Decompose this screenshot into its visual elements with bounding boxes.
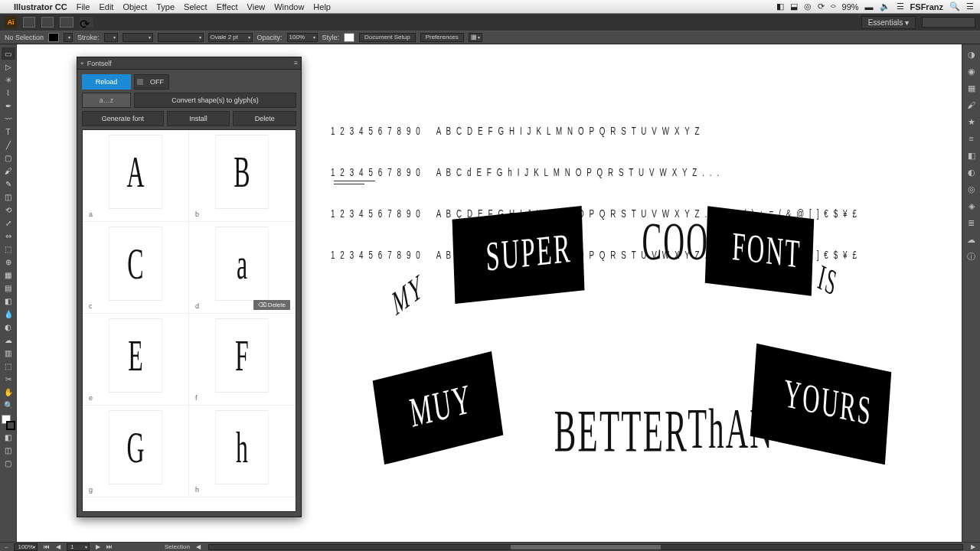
- pencil-tool-icon[interactable]: ✎: [2, 178, 15, 190]
- menu-object[interactable]: Object: [122, 2, 147, 11]
- brushes-panel-icon[interactable]: 🖌: [965, 98, 978, 112]
- generate-font-button[interactable]: Generate font: [82, 111, 164, 126]
- panel-menu-icon[interactable]: ≡: [294, 60, 298, 67]
- sync-icon[interactable]: ⟳: [818, 2, 825, 11]
- shape-builder-tool-icon[interactable]: ⊕: [2, 256, 15, 268]
- artboard-nav-field[interactable]: 1: [67, 543, 90, 551]
- layers-panel-icon[interactable]: ≣: [965, 216, 978, 230]
- menu-select[interactable]: Select: [184, 2, 207, 11]
- type-tool-icon[interactable]: T: [2, 126, 15, 138]
- extensions-icon[interactable]: [60, 17, 74, 28]
- hscroll-right-icon[interactable]: ▶: [971, 543, 975, 550]
- toggle-off-button[interactable]: OFF: [134, 74, 169, 90]
- graphic-style-swatch[interactable]: [344, 33, 354, 42]
- symbol-sprayer-tool-icon[interactable]: ☁: [2, 334, 15, 346]
- zoom-tool-icon[interactable]: 🔍: [2, 399, 15, 411]
- inbox-icon[interactable]: ☰: [897, 2, 904, 11]
- glyph-cell[interactable]: hh: [189, 406, 296, 497]
- line-tool-icon[interactable]: ╱: [2, 139, 15, 151]
- magic-wand-tool-icon[interactable]: ✳: [2, 73, 15, 86]
- quicktime-icon[interactable]: ◧: [776, 2, 784, 11]
- control-center-icon[interactable]: ☰: [966, 2, 974, 11]
- glyph-cell[interactable]: Ee: [83, 314, 189, 406]
- align-dropdown[interactable]: ▦: [469, 33, 482, 42]
- last-artboard-icon[interactable]: ⏭: [106, 543, 113, 550]
- slice-tool-icon[interactable]: ✂: [2, 373, 15, 385]
- brush-definition[interactable]: Ovale 2 pt: [208, 33, 253, 42]
- color-panel-icon[interactable]: ◑: [965, 47, 978, 61]
- search-input[interactable]: [922, 17, 975, 28]
- glyph-cell[interactable]: Aa: [83, 130, 189, 222]
- glyph-grid-scroll[interactable]: AaBbCcad⌫ DeleteEeFfGghh: [82, 129, 296, 512]
- fontself-panel[interactable]: × Fontself ≡ Reload OFF a…z Convert shap…: [77, 57, 302, 517]
- delete-button[interactable]: Delete: [233, 111, 296, 126]
- document-setup-button[interactable]: Document Setup: [359, 33, 416, 42]
- user-label[interactable]: FSFranz: [910, 2, 943, 11]
- hscroll-left-icon[interactable]: ◀: [196, 543, 201, 550]
- appearance-panel-icon[interactable]: ◎: [965, 182, 978, 196]
- glyph-cell[interactable]: Cc: [83, 222, 189, 314]
- mesh-tool-icon[interactable]: ▤: [2, 282, 15, 294]
- screen-mode-icon[interactable]: ▢: [2, 457, 15, 469]
- menu-window[interactable]: Window: [274, 2, 304, 11]
- scale-tool-icon[interactable]: ⤢: [2, 217, 15, 229]
- horizontal-scrollbar[interactable]: [208, 544, 963, 550]
- glyph-delete-button[interactable]: ⌫ Delete: [253, 300, 290, 310]
- direct-selection-tool-icon[interactable]: ▷: [2, 60, 15, 73]
- stroke-weight[interactable]: [122, 33, 153, 42]
- gradient-tool-icon[interactable]: ◧: [2, 295, 15, 307]
- fill-dropdown[interactable]: [64, 33, 73, 42]
- width-tool-icon[interactable]: ⇔: [2, 230, 15, 242]
- convert-shapes-button[interactable]: Convert shape(s) to glyph(s): [134, 93, 296, 108]
- menu-effect[interactable]: Effect: [217, 2, 238, 11]
- graphic-styles-panel-icon[interactable]: ◈: [965, 199, 978, 213]
- install-button[interactable]: Install: [167, 111, 230, 126]
- menu-type[interactable]: Type: [156, 2, 175, 11]
- free-transform-tool-icon[interactable]: ⬚: [2, 243, 15, 255]
- eraser-tool-icon[interactable]: ◫: [2, 191, 15, 203]
- libraries-panel-icon[interactable]: ☁: [965, 233, 978, 246]
- hand-tool-icon[interactable]: ✋: [2, 386, 15, 398]
- blend-tool-icon[interactable]: ◐: [2, 321, 15, 333]
- glyph-cell[interactable]: ad⌫ Delete: [189, 222, 296, 314]
- gradient-panel-icon[interactable]: ◧: [965, 148, 978, 162]
- spotlight-icon[interactable]: 🔍: [949, 2, 960, 11]
- prev-artboard-icon[interactable]: ◀: [56, 543, 60, 550]
- artboard-tool-icon[interactable]: ⬚: [2, 360, 15, 372]
- eyedropper-tool-icon[interactable]: 💧: [2, 308, 15, 320]
- stroke-panel-icon[interactable]: ≡: [965, 132, 978, 145]
- selection-tool-icon[interactable]: ▭: [2, 47, 15, 60]
- gpu-icon[interactable]: ⟳: [80, 17, 93, 28]
- column-graph-tool-icon[interactable]: ▥: [2, 347, 15, 359]
- battery-icon[interactable]: ▬: [865, 2, 874, 11]
- glyph-cell[interactable]: Gg: [83, 406, 189, 497]
- arrange-docs-icon[interactable]: [41, 17, 54, 28]
- workspace-switcher[interactable]: Essentials ▾: [861, 16, 916, 29]
- glyph-cell[interactable]: Bb: [189, 130, 296, 222]
- fill-stroke-indicator[interactable]: [2, 415, 15, 430]
- curvature-tool-icon[interactable]: 〰: [2, 112, 15, 125]
- range-field[interactable]: a…z: [82, 93, 131, 108]
- reload-button[interactable]: Reload: [82, 74, 131, 90]
- adobe-cc-icon[interactable]: ◎: [804, 2, 812, 11]
- preferences-button[interactable]: Preferences: [420, 33, 464, 42]
- color-guide-panel-icon[interactable]: ◉: [965, 64, 978, 78]
- symbols-panel-icon[interactable]: ★: [965, 115, 978, 129]
- app-menu[interactable]: Illustrator CC: [14, 2, 67, 11]
- fill-swatch[interactable]: [48, 33, 59, 42]
- fontself-panel-header[interactable]: × Fontself ≡: [77, 57, 301, 70]
- menu-edit[interactable]: Edit: [99, 2, 113, 11]
- first-artboard-icon[interactable]: ⏮: [44, 543, 50, 550]
- swatches-panel-icon[interactable]: ▦: [965, 81, 978, 95]
- zoom-out-icon[interactable]: –: [5, 543, 8, 550]
- stroke-profile[interactable]: [158, 33, 204, 42]
- volume-icon[interactable]: 🔈: [880, 2, 890, 11]
- dropbox-icon[interactable]: ⬓: [790, 2, 798, 11]
- paintbrush-tool-icon[interactable]: 🖌: [2, 165, 15, 177]
- menu-view[interactable]: View: [247, 2, 266, 11]
- draw-mode-icon[interactable]: ◫: [2, 444, 15, 456]
- rectangle-tool-icon[interactable]: ▢: [2, 152, 15, 164]
- next-artboard-icon[interactable]: ▶: [96, 543, 100, 550]
- pen-tool-icon[interactable]: ✒: [2, 99, 15, 112]
- wifi-icon[interactable]: ⌔: [831, 2, 836, 11]
